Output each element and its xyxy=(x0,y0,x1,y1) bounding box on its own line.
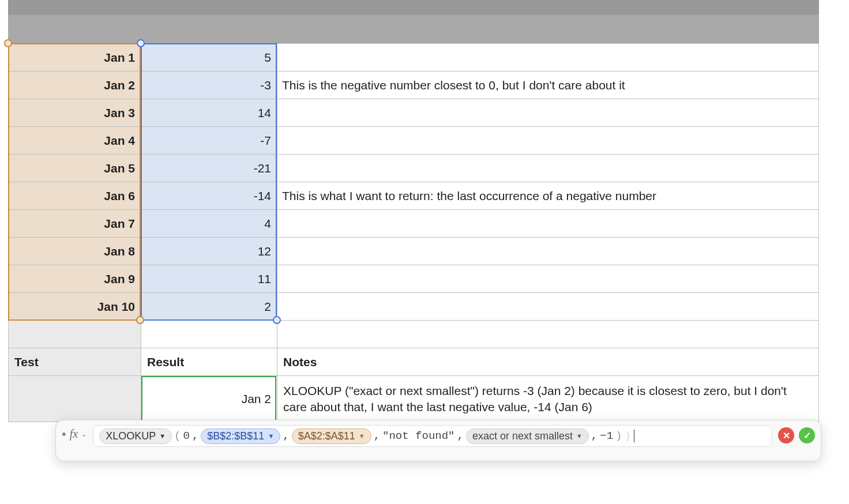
formula-editor[interactable]: • fx ⌄ XLOOKUP▼ ( 0 , $B$2:$B$11▼ , $A$2… xyxy=(55,420,821,461)
note-cell[interactable] xyxy=(277,238,819,265)
paren-close: ) xyxy=(614,430,623,442)
empty-cell[interactable] xyxy=(141,321,277,348)
empty-cell[interactable] xyxy=(9,321,141,348)
table-row: Jan 2-3This is the negative number close… xyxy=(9,72,819,99)
function-token[interactable]: XLOOKUP▼ xyxy=(99,428,172,444)
value-cell[interactable]: 2 xyxy=(141,293,277,321)
comma: , xyxy=(456,430,464,442)
comma: , xyxy=(590,430,599,442)
chevron-down-icon: ⌄ xyxy=(81,430,87,438)
check-icon: ✓ xyxy=(803,430,811,441)
date-cell[interactable]: Jan 2 xyxy=(9,72,141,99)
note-cell[interactable] xyxy=(277,155,819,182)
date-cell[interactable]: Jan 5 xyxy=(9,155,141,182)
x-icon: ✕ xyxy=(783,430,790,441)
date-cell[interactable]: Jan 9 xyxy=(9,265,141,293)
match-mode-token[interactable]: exact or next smallest▼ xyxy=(466,428,589,444)
table-row: Jan 812 xyxy=(9,238,819,265)
empty-cell[interactable] xyxy=(277,321,819,348)
fx-label: fx xyxy=(70,427,78,441)
column-header-row[interactable] xyxy=(8,15,819,43)
text-cursor-icon xyxy=(634,430,634,442)
date-cell[interactable]: Jan 10 xyxy=(9,293,141,321)
value-cell[interactable]: -14 xyxy=(141,182,277,210)
comma: , xyxy=(281,430,290,442)
value-cell[interactable]: 4 xyxy=(141,210,277,238)
header-notes[interactable]: Notes xyxy=(277,348,819,376)
table-row: Jan 74 xyxy=(9,210,819,238)
date-cell[interactable]: Jan 1 xyxy=(9,44,141,72)
table-row: Jan 314 xyxy=(9,99,819,127)
note-cell[interactable]: This is what I want to return: the last … xyxy=(277,182,819,210)
table-row-result: Jan 2XLOOKUP ("exact or next smallest") … xyxy=(9,376,819,422)
date-cell[interactable]: Jan 7 xyxy=(9,210,141,238)
date-cell[interactable]: Jan 3 xyxy=(9,99,141,127)
chevron-down-icon: ▼ xyxy=(268,432,274,439)
cancel-button[interactable]: ✕ xyxy=(778,427,794,443)
value-cell[interactable]: 14 xyxy=(141,99,277,127)
accept-button[interactable]: ✓ xyxy=(799,427,815,443)
range-token-a[interactable]: $A$2:$A$11▼ xyxy=(292,428,371,444)
table-row: Jan 911 xyxy=(9,265,819,293)
range-token-b[interactable]: $B$2:$B$11▼ xyxy=(201,428,280,444)
sheet-top-border xyxy=(8,0,819,15)
result-value-cell[interactable]: Jan 2 xyxy=(141,376,277,422)
chevron-down-icon: ▼ xyxy=(576,432,583,439)
chevron-down-icon: ▼ xyxy=(359,432,365,439)
table-row: Jan 6-14This is what I want to return: t… xyxy=(9,182,819,210)
value-cell[interactable]: 5 xyxy=(141,44,277,72)
note-cell[interactable]: This is the negative number closest to 0… xyxy=(277,72,819,99)
table-row-empty xyxy=(9,321,819,348)
paren-open: ( xyxy=(173,430,182,442)
header-result[interactable]: Result xyxy=(141,348,277,376)
header-test[interactable]: Test xyxy=(9,348,141,376)
formula-fx-menu[interactable]: • fx ⌄ xyxy=(62,427,87,441)
value-cell[interactable]: -7 xyxy=(141,127,277,155)
paren-close: ) xyxy=(623,430,632,442)
spreadsheet: Jan 15 Jan 2-3This is the negative numbe… xyxy=(8,0,819,422)
formula-arg: −1 xyxy=(599,430,614,442)
note-cell[interactable] xyxy=(277,44,819,72)
date-cell[interactable]: Jan 4 xyxy=(9,127,141,155)
note-cell[interactable] xyxy=(277,293,819,321)
note-cell[interactable] xyxy=(277,99,819,127)
note-cell[interactable] xyxy=(277,265,819,293)
comma: , xyxy=(191,430,200,442)
value-cell[interactable]: 11 xyxy=(141,265,277,293)
bullet-icon: • xyxy=(62,428,66,441)
formula-arg-string: "not found" xyxy=(381,430,456,442)
formula-arg: 0 xyxy=(182,430,190,442)
chevron-down-icon: ▼ xyxy=(159,432,166,439)
result-note-cell[interactable]: XLOOKUP ("exact or next smallest") retur… xyxy=(277,376,819,422)
table-row: Jan 4-7 xyxy=(9,127,819,155)
value-cell[interactable]: -21 xyxy=(141,155,277,182)
comma: , xyxy=(373,430,381,442)
note-cell[interactable] xyxy=(277,127,819,155)
table-row: Jan 5-21 xyxy=(9,155,819,182)
table-row-headers: TestResultNotes xyxy=(9,348,819,376)
data-table[interactable]: Jan 15 Jan 2-3This is the negative numbe… xyxy=(8,43,819,422)
value-cell[interactable]: -3 xyxy=(141,72,277,99)
table-row: Jan 102 xyxy=(9,293,819,321)
note-cell[interactable] xyxy=(277,210,819,238)
value-cell[interactable]: 12 xyxy=(141,238,277,265)
formula-input[interactable]: XLOOKUP▼ ( 0 , $B$2:$B$11▼ , $A$2:$A$11▼… xyxy=(93,425,772,447)
empty-cell[interactable] xyxy=(9,376,141,422)
date-cell[interactable]: Jan 8 xyxy=(9,238,141,265)
date-cell[interactable]: Jan 6 xyxy=(9,182,141,210)
table-row: Jan 15 xyxy=(9,44,819,72)
